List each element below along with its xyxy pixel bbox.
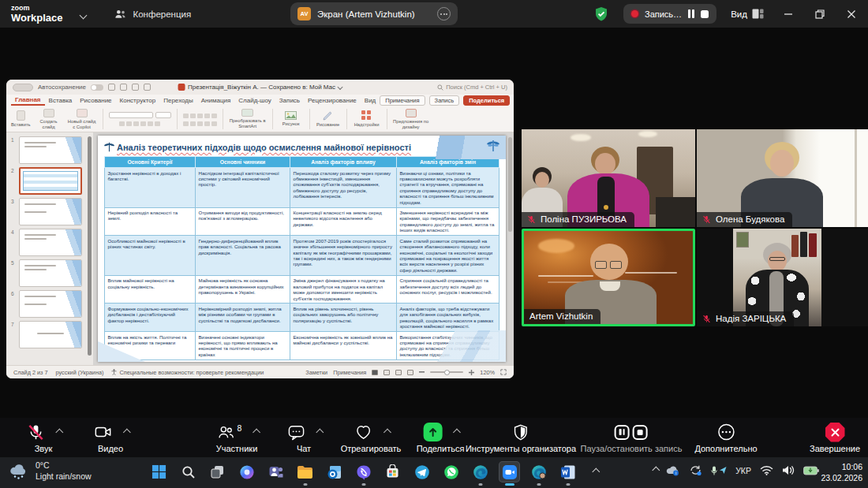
slide-thumbnail-6[interactable] [19,290,82,318]
thumbnail-row[interactable]: 6 [11,290,85,318]
workspace-chevron-down-icon[interactable] [79,12,87,20]
zoom-app-button[interactable] [499,461,520,482]
slide-thumbnail-3[interactable] [19,198,82,225]
view-button[interactable]: Вид [731,9,764,19]
video-tile-polina[interactable]: Поліна ПУЗИРЬОВА [522,129,695,227]
copilot-button[interactable] [236,461,257,482]
record-button[interactable]: Запись [429,95,460,106]
close-button[interactable] [846,9,857,20]
video-tile-artem-active-speaker[interactable]: Artem Vizhutkin [522,229,695,326]
more-control[interactable]: Дополнительно [694,422,757,453]
slide-sorter-icon[interactable] [383,370,390,375]
teams-button[interactable] [265,461,286,482]
slide-thumbnail-2-selected[interactable] [19,167,82,195]
home-icon[interactable] [108,84,115,91]
share-options-chevron[interactable] [453,428,461,436]
taskbar-clock[interactable]: 10:06 23.02.2026 [821,461,862,483]
paragraph-group[interactable] [183,112,217,126]
undo-icon[interactable] [132,84,139,91]
microsoft-store-button[interactable] [382,461,403,482]
copilot-slide-button[interactable]: Новый слайд с Copilot [67,109,97,129]
slide-thumbnail-1[interactable] [19,136,82,164]
search-button[interactable] [178,461,199,482]
autosave-toggle[interactable] [91,84,103,91]
thumbnail-row[interactable]: 3 [11,198,85,225]
host-tools-control[interactable]: Инструменты организатора [466,422,576,453]
list-icons[interactable] [183,114,217,118]
wifi-icon[interactable] [760,465,773,475]
language-indicator[interactable]: русский (Украина) [56,369,104,376]
reading-view-icon[interactable] [395,370,402,375]
zoom-slider[interactable] [430,371,463,373]
notes-button[interactable]: Заметки [305,369,327,376]
video-options-chevron[interactable] [123,428,131,436]
accessibility-status[interactable]: Специальные возможности: проверьте реком… [111,369,264,376]
picture-button[interactable]: Рисунок [279,111,304,127]
tab-conference[interactable]: Конференция [114,9,192,20]
task-view-button[interactable] [207,461,228,482]
font-size-dropdown[interactable] [155,112,171,118]
sync-icon[interactable] [689,464,702,476]
edge-browser-profile2-button[interactable] [528,461,549,482]
paste-button[interactable]: Вставить [11,110,31,128]
tab-options-icon[interactable] [437,7,451,20]
comments-status-button[interactable]: Примечания [333,369,366,376]
restore-button[interactable] [814,9,825,20]
addins-button[interactable]: Надстройки [353,110,381,128]
save-icon[interactable] [120,84,127,91]
thumbnail-row[interactable]: 7 [11,321,85,348]
zoom-out-icon[interactable] [419,371,425,373]
outlook-button[interactable] [324,461,345,482]
participants-control[interactable]: 8 Участники [216,422,258,453]
slide-thumbnail-4[interactable] [19,229,82,256]
viber-button[interactable] [353,461,374,482]
pause-stop-recording-control[interactable]: Пауза/остановить запись [581,422,683,453]
whatsapp-button[interactable] [440,461,462,482]
chat-options-chevron[interactable] [316,428,324,436]
draw-button[interactable]: Рисование [316,111,341,128]
file-explorer-button[interactable] [294,461,316,482]
ribbon-tab-slideshow[interactable]: Слайд-шоу [234,96,275,105]
ribbon-tab-review[interactable]: Рецензирование [304,96,361,105]
security-shield-icon[interactable] [593,6,609,22]
battery-charging-icon[interactable] [803,466,819,475]
fit-slide-icon[interactable] [500,369,507,375]
thumbnail-row[interactable]: 1 [11,136,85,164]
normal-view-icon[interactable] [372,370,378,375]
comments-button[interactable]: Примечания [380,95,425,106]
ribbon-tab-view[interactable]: Вид [361,96,380,105]
thumbnail-row[interactable]: 5 [11,259,85,287]
telegram-button[interactable] [411,461,432,482]
thumbnail-row[interactable]: 2 [11,167,85,195]
ribbon-tab-insert[interactable]: Вставка [45,96,77,105]
hidden-icons-chevron[interactable] [653,467,660,475]
audio-options-chevron[interactable] [55,428,63,436]
end-meeting-control[interactable]: Завершение [810,422,860,453]
taskbar-overflow-chevron[interactable] [592,468,600,476]
thumbnail-row[interactable]: 4 [11,229,85,256]
participants-options-chevron[interactable] [253,428,260,436]
new-slide-button[interactable]: Создать слайд [36,109,62,129]
zoom-in-icon[interactable] [469,370,474,375]
video-tile-nadiia[interactable]: Надія ЗАРІЦЬКА [697,229,868,326]
ribbon-tab-animations[interactable]: Анимация [197,96,235,105]
ribbon-tab-transitions[interactable]: Переходы [159,96,197,105]
align-icons[interactable] [183,121,217,126]
pause-recording-icon[interactable] [688,9,694,18]
mic-location-indicator[interactable] [711,466,727,475]
language-indicator[interactable]: УКР [735,466,751,475]
chat-control[interactable]: Чат [287,422,320,453]
slide-thumbnail-7[interactable] [19,321,82,348]
volume-icon[interactable] [782,465,795,475]
minimize-button[interactable] [783,9,794,20]
slideshow-view-icon[interactable] [407,370,413,375]
font-group[interactable] [109,112,171,126]
ribbon-tab-home[interactable]: Главная [11,95,45,106]
stop-recording-icon[interactable] [701,10,709,18]
stop-recording-icon[interactable] [633,425,648,440]
share-screen-control[interactable]: Поделиться [417,422,465,453]
mac-window-controls[interactable] [13,84,33,91]
react-options-chevron[interactable] [383,428,391,436]
ppt-search[interactable]: Поиск (Cmd + Ctrl + U) [437,84,507,91]
design-ideas-button[interactable]: Предложения по дизайну [393,109,429,129]
